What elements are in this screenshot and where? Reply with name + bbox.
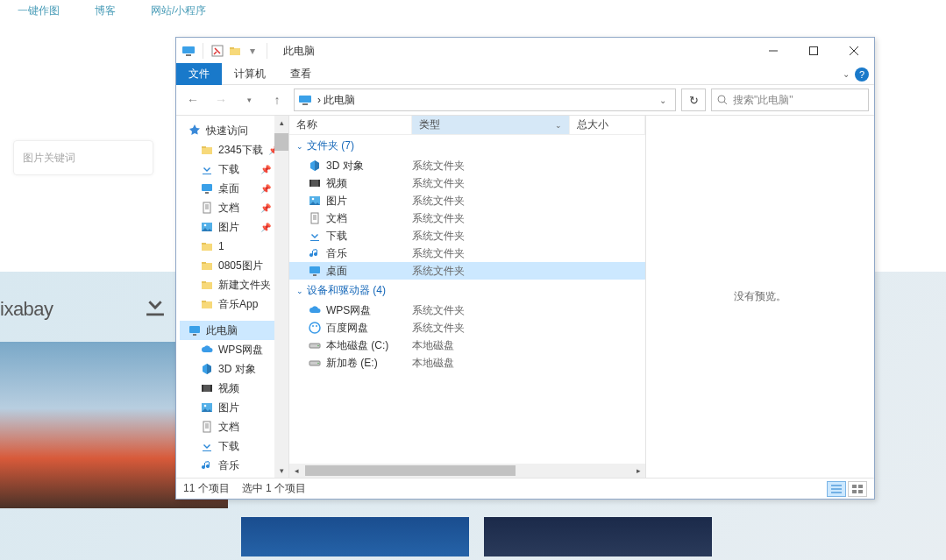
details-view-button[interactable] bbox=[827, 481, 846, 497]
column-size[interactable]: 总大小 bbox=[570, 116, 645, 134]
bg-nav-item[interactable]: 网站/小程序 bbox=[151, 4, 206, 18]
tree-item-document[interactable]: 文档📌 bbox=[180, 198, 288, 217]
tree-item-label: 0805图片 bbox=[218, 259, 263, 273]
address-bar[interactable]: › 此电脑 ⌄ bbox=[294, 89, 676, 111]
tree-item-folder[interactable]: 新建文件夹 bbox=[180, 275, 288, 294]
list-item[interactable]: 音乐系统文件夹 bbox=[289, 245, 645, 262]
tree-item-label: WPS网盘 bbox=[218, 343, 263, 358]
recent-dropdown[interactable]: ▾ bbox=[238, 89, 260, 111]
tree-item-folder[interactable]: 1 bbox=[180, 237, 288, 256]
tree-item-download[interactable]: 下载 bbox=[180, 436, 288, 456]
download-icon[interactable] bbox=[140, 291, 175, 326]
tab-view[interactable]: 查看 bbox=[278, 63, 324, 85]
minimize-button[interactable] bbox=[753, 38, 793, 64]
close-button[interactable] bbox=[834, 38, 874, 64]
list-item[interactable]: 3D 对象系统文件夹 bbox=[289, 157, 645, 174]
desktop-icon bbox=[309, 265, 321, 277]
list-item[interactable]: 下载系统文件夹 bbox=[289, 227, 645, 245]
music-icon bbox=[201, 459, 213, 471]
tab-computer[interactable]: 计算机 bbox=[222, 63, 278, 85]
tree-item-desktop[interactable]: 桌面📌 bbox=[180, 179, 288, 198]
group-label: 文件夹 (7) bbox=[307, 138, 354, 153]
item-type: 系统文件夹 bbox=[412, 176, 570, 191]
tree-scrollbar[interactable]: ▴ ▾ bbox=[274, 116, 288, 478]
breadcrumb-segment[interactable]: 此电脑 bbox=[324, 93, 355, 108]
tree-item-folder[interactable]: 2345下载📌 bbox=[180, 140, 288, 159]
column-sort-dropdown-icon[interactable]: ⌄ bbox=[555, 121, 562, 130]
bg-thumbnail[interactable] bbox=[484, 517, 712, 556]
tree-item-star[interactable]: 快速访问 bbox=[180, 121, 288, 140]
list-item[interactable]: 百度网盘系统文件夹 bbox=[289, 319, 645, 337]
tree-item-3d[interactable]: 3D 对象 bbox=[180, 359, 288, 379]
titlebar[interactable]: ▾ 此电脑 bbox=[176, 38, 874, 64]
item-type: 系统文件夹 bbox=[412, 321, 570, 336]
column-type[interactable]: 类型 ⌄ bbox=[412, 116, 570, 134]
tree-item-folder[interactable]: 0805图片 bbox=[180, 256, 288, 275]
scroll-thumb[interactable] bbox=[274, 133, 288, 151]
svg-rect-12 bbox=[202, 146, 206, 148]
tree-item-label: 下载 bbox=[218, 439, 239, 454]
list-item[interactable]: 视频系统文件夹 bbox=[289, 174, 645, 192]
breadcrumb-segment[interactable]: › bbox=[317, 94, 324, 106]
group-header[interactable]: ⌄文件夹 (7) bbox=[289, 135, 645, 157]
tab-file[interactable]: 文件 bbox=[176, 63, 222, 85]
svg-rect-29 bbox=[189, 326, 200, 333]
tree-item-document[interactable]: 文档 bbox=[180, 417, 288, 436]
tree-item-picture[interactable]: 图片 bbox=[180, 398, 288, 417]
bg-thumbnail[interactable] bbox=[241, 517, 469, 556]
scroll-up-icon[interactable]: ▴ bbox=[274, 116, 288, 130]
search-input[interactable]: 搜索"此电脑" bbox=[711, 89, 869, 111]
window-title: 此电脑 bbox=[276, 44, 753, 59]
3d-icon bbox=[309, 159, 321, 172]
properties-icon[interactable] bbox=[210, 44, 224, 58]
scroll-left-icon[interactable]: ◂ bbox=[289, 466, 303, 475]
column-name[interactable]: 名称 bbox=[289, 116, 412, 134]
scroll-right-icon[interactable]: ▸ bbox=[631, 466, 645, 475]
back-button[interactable]: ← bbox=[181, 89, 204, 111]
list-item[interactable]: WPS网盘系统文件夹 bbox=[289, 301, 645, 319]
preview-placeholder: 没有预览。 bbox=[734, 289, 786, 304]
ribbon-tabs: 文件 计算机 查看 ⌄ ? bbox=[176, 64, 874, 85]
address-dropdown-icon[interactable]: ⌄ bbox=[654, 96, 672, 105]
tree-item-music[interactable]: 音乐 bbox=[180, 456, 288, 475]
qat-dropdown-icon[interactable]: ▾ bbox=[245, 44, 260, 58]
scroll-down-icon[interactable]: ▾ bbox=[274, 464, 288, 478]
ribbon-collapse-icon[interactable]: ⌄ bbox=[843, 69, 850, 79]
bg-nav-item[interactable]: 一键作图 bbox=[18, 4, 60, 18]
tree-item-video[interactable]: 视频 bbox=[180, 379, 288, 398]
large-icons-view-button[interactable] bbox=[848, 481, 867, 497]
svg-rect-26 bbox=[202, 281, 206, 283]
tree-item-cloud[interactable]: WPS网盘 bbox=[180, 340, 288, 359]
svg-rect-13 bbox=[202, 184, 212, 191]
folder-icon bbox=[201, 259, 213, 272]
list-item[interactable]: 图片系统文件夹 bbox=[289, 192, 645, 209]
list-item[interactable]: 桌面系统文件夹 bbox=[289, 262, 645, 280]
tree-item-download[interactable]: 下载📌 bbox=[180, 159, 288, 179]
tree-item-folder[interactable]: 音乐App bbox=[180, 294, 288, 314]
navigation-tree[interactable]: 快速访问2345下载📌下载📌桌面📌文档📌图片📌10805图片新建文件夹音乐App… bbox=[176, 116, 288, 478]
tree-item-picture[interactable]: 图片📌 bbox=[180, 217, 288, 237]
maximize-button[interactable] bbox=[793, 38, 834, 64]
status-bar: 11 个项目 选中 1 个项目 bbox=[176, 478, 874, 499]
qat-folder-icon[interactable] bbox=[228, 44, 242, 58]
list-item[interactable]: 文档系统文件夹 bbox=[289, 209, 645, 227]
svg-point-57 bbox=[317, 363, 319, 365]
svg-rect-32 bbox=[202, 385, 203, 392]
forward-button[interactable]: → bbox=[210, 89, 232, 111]
star-icon bbox=[188, 124, 201, 137]
svg-rect-14 bbox=[205, 192, 209, 194]
picture-icon bbox=[201, 401, 213, 414]
svg-point-20 bbox=[204, 224, 207, 227]
content-hscrollbar[interactable]: ◂ ▸ bbox=[289, 464, 645, 478]
bg-nav-item[interactable]: 博客 bbox=[95, 4, 116, 18]
list-item[interactable]: 本地磁盘 (C:)本地磁盘 bbox=[289, 337, 645, 354]
refresh-button[interactable]: ↻ bbox=[681, 89, 706, 111]
svg-rect-63 bbox=[852, 490, 857, 493]
bg-search-input[interactable]: 图片关键词 bbox=[13, 140, 153, 175]
group-header[interactable]: ⌄设备和驱动器 (4) bbox=[289, 280, 645, 301]
scroll-thumb[interactable] bbox=[305, 465, 516, 476]
tree-item-pc[interactable]: 此电脑 bbox=[180, 321, 288, 340]
help-icon[interactable]: ? bbox=[855, 67, 869, 82]
list-item[interactable]: 新加卷 (E:)本地磁盘 bbox=[289, 354, 645, 372]
up-button[interactable]: ↑ bbox=[266, 89, 288, 111]
